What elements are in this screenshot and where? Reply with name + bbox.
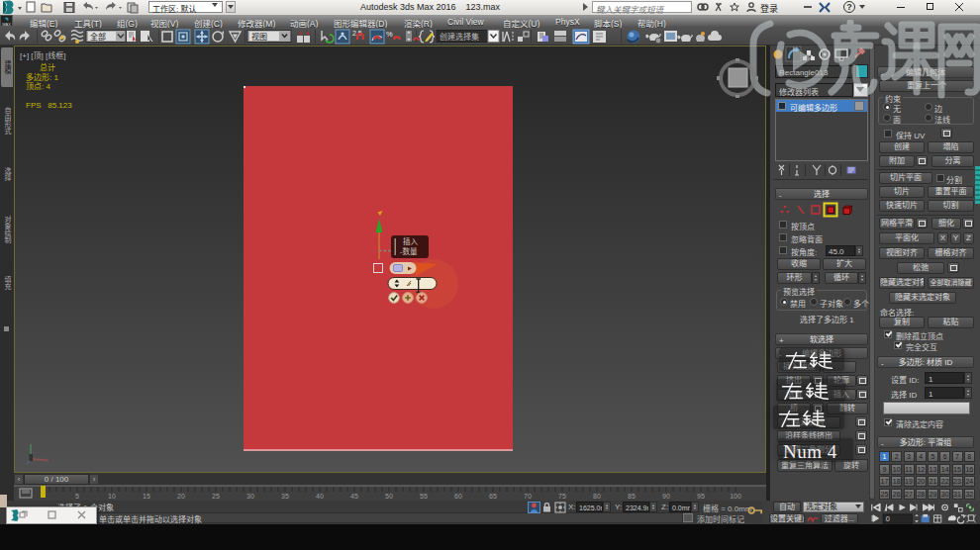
svg-text:35: 35 xyxy=(281,493,289,500)
svg-text:25: 25 xyxy=(212,493,220,500)
svg-text:40: 40 xyxy=(316,493,324,500)
svg-text:45: 45 xyxy=(350,493,358,500)
svg-text:全部: 全部 xyxy=(90,32,106,42)
svg-text:50: 50 xyxy=(385,493,393,500)
svg-text:85: 85 xyxy=(628,493,636,500)
svg-text:95: 95 xyxy=(697,493,705,500)
svg-text:15: 15 xyxy=(143,493,150,500)
svg-text:70: 70 xyxy=(524,493,532,500)
svg-text:75: 75 xyxy=(558,493,566,500)
svg-text:60: 60 xyxy=(454,493,462,500)
svg-text:80: 80 xyxy=(593,493,601,500)
svg-text:插入: 插入 xyxy=(403,236,418,246)
svg-text:20: 20 xyxy=(177,493,185,500)
svg-text:0: 0 xyxy=(886,514,890,523)
svg-text:视图: 视图 xyxy=(251,32,267,42)
svg-text:100: 100 xyxy=(730,493,741,500)
svg-text:5: 5 xyxy=(75,493,79,500)
svg-text:创建选择集: 创建选择集 xyxy=(440,32,479,42)
svg-text:30: 30 xyxy=(246,493,254,500)
svg-text:-数量: -数量 xyxy=(400,246,418,256)
svg-text:65: 65 xyxy=(489,493,497,500)
svg-text:55: 55 xyxy=(420,493,428,500)
svg-text:90: 90 xyxy=(662,493,670,500)
svg-text:%: % xyxy=(386,30,393,39)
svg-text:10: 10 xyxy=(108,493,116,500)
